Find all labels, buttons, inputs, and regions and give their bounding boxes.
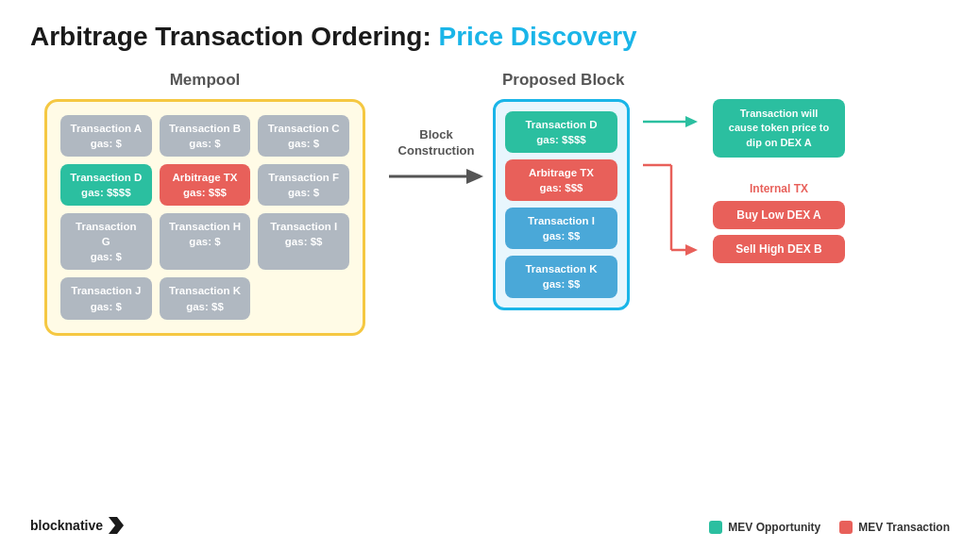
legend-mev-transaction: MEV Transaction: [839, 521, 950, 534]
buy-low-card: Buy Low DEX A: [713, 201, 845, 229]
tx-k: Transaction Kgas: $$: [160, 277, 251, 319]
logo-text: blocknative: [30, 518, 103, 533]
svg-marker-7: [685, 244, 698, 256]
tx-j: Transaction Jgas: $: [60, 277, 152, 319]
arrow-section: BlockConstruction: [380, 127, 493, 190]
tx-c: Transaction Cgas: $: [258, 115, 349, 157]
annotation-top: Transaction will cause token price to di…: [713, 99, 845, 158]
tx-arb: Arbitrage TXgas: $$$: [160, 164, 251, 206]
main-arrow: [389, 163, 483, 190]
proposed-block-box: Transaction Dgas: $$$$ Arbitrage TXgas: …: [493, 99, 630, 310]
tx-a: Transaction Agas: $: [60, 115, 152, 157]
mempool-label: Mempool: [170, 71, 241, 90]
legend-dot-teal: [709, 521, 722, 534]
arrow-label: BlockConstruction: [398, 127, 475, 159]
svg-marker-8: [109, 517, 124, 534]
logo-icon: [107, 517, 124, 534]
legend: MEV Opportunity MEV Transaction: [709, 521, 950, 534]
page: Arbitrage Transaction Ordering: Price Di…: [0, 0, 980, 549]
title-accent: Price Discovery: [439, 22, 637, 51]
tx-h: Transaction Hgas: $: [160, 213, 251, 270]
internal-tx-box: Internal TX Buy Low DEX A Sell High DEX …: [713, 182, 845, 263]
annotations: Transaction will cause token price to di…: [713, 99, 845, 263]
block-tx-arb: Arbitrage TXgas: $$$: [505, 159, 617, 201]
page-title: Arbitrage Transaction Ordering: Price Di…: [30, 23, 950, 52]
block-content: Transaction Dgas: $$$$ Arbitrage TXgas: …: [493, 99, 950, 310]
tx-i: Transaction Igas: $$: [258, 213, 349, 270]
block-tx-d: Transaction Dgas: $$$$: [505, 111, 617, 153]
block-tx-i: Transaction Igas: $$: [505, 208, 617, 249]
svg-marker-3: [685, 116, 698, 127]
proposed-block-section: Proposed Block Transaction Dgas: $$$$ Ar…: [493, 71, 950, 310]
sell-high-card: Sell High DEX B: [713, 235, 845, 263]
block-tx-k: Transaction Kgas: $$: [505, 256, 617, 297]
mempool-section: Mempool Transaction Agas: $ Transaction …: [30, 71, 380, 336]
tx-g: Transaction Ggas: $: [60, 213, 152, 270]
internal-tx-cards: Buy Low DEX A Sell High DEX B: [713, 201, 845, 263]
logo: blocknative: [30, 517, 124, 534]
svg-marker-1: [466, 169, 483, 184]
tx-f: Transaction Fgas: $: [258, 164, 349, 206]
legend-mev-transaction-label: MEV Transaction: [858, 521, 950, 534]
main-content: Mempool Transaction Agas: $ Transaction …: [30, 71, 950, 534]
legend-mev-opportunity-label: MEV Opportunity: [728, 521, 820, 534]
mempool-box: Transaction Agas: $ Transaction Bgas: $ …: [44, 99, 365, 336]
tx-b: Transaction Bgas: $: [160, 115, 251, 157]
legend-dot-red: [839, 521, 853, 534]
internal-tx-label: Internal TX: [713, 182, 845, 195]
connecting-arrows-svg: [643, 99, 700, 288]
proposed-block-label: Proposed Block: [502, 71, 624, 90]
legend-mev-opportunity: MEV Opportunity: [709, 521, 820, 534]
title-main: Arbitrage Transaction Ordering:: [30, 22, 439, 51]
tx-d: Transaction Dgas: $$$$: [60, 164, 152, 206]
